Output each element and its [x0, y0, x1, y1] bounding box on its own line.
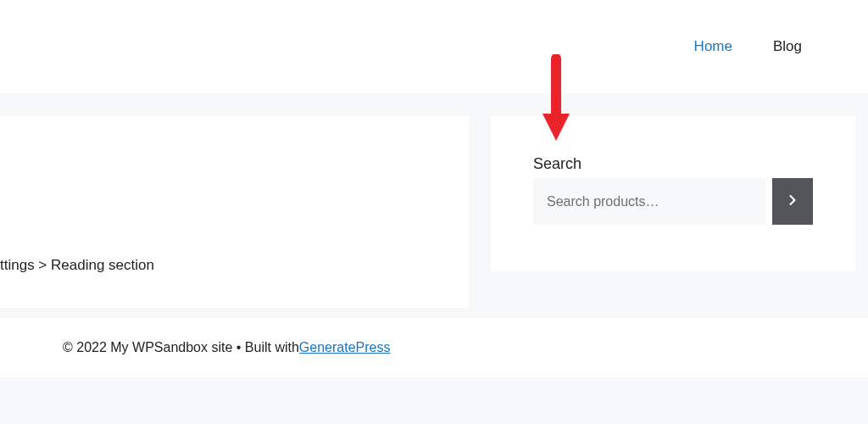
search-button[interactable]	[772, 178, 813, 225]
footer-link-generatepress[interactable]: GeneratePress	[299, 340, 391, 355]
search-input[interactable]	[533, 178, 765, 225]
chevron-right-icon	[784, 192, 801, 211]
reading-section-text: ttings > Reading section	[0, 257, 154, 274]
content-card: ttings > Reading section	[0, 116, 469, 308]
header: Home Blog	[0, 0, 868, 93]
footer-copyright: © 2022 My WPSandbox site • Built with	[63, 340, 299, 355]
search-row	[533, 178, 813, 225]
sidebar-card: Search	[491, 116, 855, 271]
nav-blog[interactable]: Blog	[773, 38, 802, 55]
footer-wrap: © 2022 My WPSandbox site • Built with Ge…	[0, 318, 868, 424]
search-label: Search	[533, 155, 813, 173]
main-area: ttings > Reading section Search	[0, 93, 868, 318]
nav-home[interactable]: Home	[694, 38, 732, 55]
main-nav: Home Blog	[694, 38, 802, 55]
footer: © 2022 My WPSandbox site • Built with Ge…	[0, 318, 868, 377]
